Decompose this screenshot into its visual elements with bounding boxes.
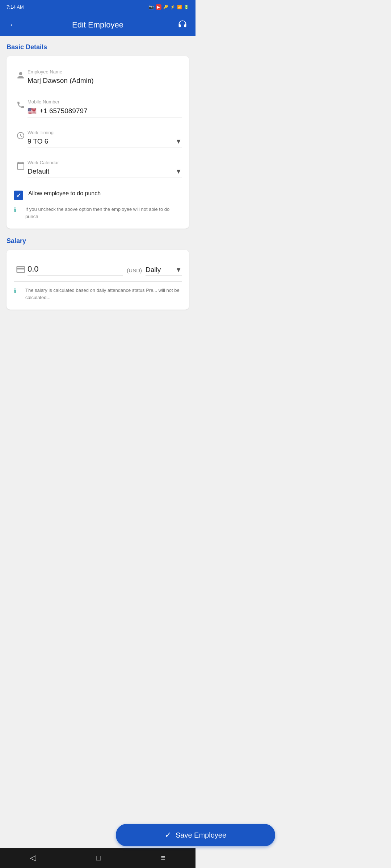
- checkbox-check-icon: ✓: [16, 192, 21, 199]
- main-content: Basic Details Employee Name Marj Dawson …: [0, 36, 196, 412]
- salary-card: 0.0 (USD) Daily ▼ ℹ The salary is calcul…: [7, 250, 189, 310]
- employee-name-row: Employee Name Marj Dawson (Admin): [14, 63, 182, 93]
- headset-icon: [177, 19, 188, 31]
- basic-details-card: Employee Name Marj Dawson (Admin) Mobile…: [7, 56, 189, 229]
- chevron-down-icon-2: ▼: [175, 168, 182, 175]
- salary-info-icon: ℹ: [14, 287, 22, 295]
- employee-name-content: Employee Name Marj Dawson (Admin): [28, 69, 182, 87]
- mobile-number-content: Mobile Number 🇺🇸 +1 6575089797: [28, 99, 182, 118]
- status-bar: 7:14 AM 📷 ▶ 🔑 ⚡ 📶 🔋: [0, 0, 196, 14]
- work-calendar-dropdown[interactable]: Default ▼: [28, 167, 182, 175]
- us-flag-icon: 🇺🇸: [28, 107, 37, 115]
- salary-heading: Salary: [7, 237, 189, 245]
- info-icon: ℹ: [14, 206, 22, 214]
- back-button[interactable]: ←: [7, 18, 20, 31]
- work-timing-value: 9 TO 6: [28, 137, 48, 145]
- calendar-icon: [14, 160, 28, 170]
- mobile-number-label: Mobile Number: [28, 99, 182, 105]
- wifi-icon: 📶: [177, 5, 182, 9]
- basic-details-heading: Basic Details: [7, 43, 189, 51]
- allow-punch-checkbox[interactable]: ✓: [14, 191, 23, 200]
- app-bar: ← Edit Employee: [0, 14, 196, 36]
- work-timing-content: Work Timing 9 TO 6 ▼: [28, 130, 182, 148]
- status-time: 7:14 AM: [7, 4, 24, 10]
- salary-period-value: Daily: [146, 266, 161, 274]
- back-arrow-icon: ←: [9, 20, 17, 30]
- money-icon: [14, 263, 28, 275]
- salary-row: 0.0 (USD) Daily ▼: [14, 257, 182, 282]
- work-timing-label: Work Timing: [28, 130, 182, 135]
- camera-recording-icon: ▶: [156, 4, 161, 10]
- app-bar-title: Edit Employee: [20, 20, 176, 30]
- salary-amount-value[interactable]: 0.0: [28, 264, 39, 273]
- bluetooth-icon: ⚡: [170, 5, 175, 9]
- salary-period-dropdown[interactable]: Daily ▼: [146, 266, 182, 276]
- salary-amount-field: 0.0: [28, 264, 123, 276]
- work-calendar-value: Default: [28, 167, 49, 175]
- mobile-number-value[interactable]: 🇺🇸 +1 6575089797: [28, 107, 182, 115]
- phone-icon: [14, 99, 28, 109]
- status-icons: 📷 ▶ 🔑 ⚡ 📶 🔋: [149, 4, 189, 10]
- allow-punch-row: ✓ Allow employee to do punch: [14, 184, 182, 203]
- salary-currency-label: (USD): [127, 267, 142, 276]
- salary-content: 0.0 (USD) Daily ▼: [28, 263, 182, 276]
- work-calendar-row: Work Calendar Default ▼: [14, 154, 182, 184]
- allow-punch-label: Allow employee to do punch: [28, 190, 101, 197]
- headset-button[interactable]: [176, 18, 189, 31]
- salary-info-row: ℹ The salary is calculated based on dail…: [14, 282, 182, 302]
- work-calendar-content: Work Calendar Default ▼: [28, 160, 182, 178]
- video-icon: 📷: [149, 5, 154, 9]
- employee-name-value[interactable]: Marj Dawson (Admin): [28, 77, 182, 85]
- battery-icon: 🔋: [184, 5, 189, 9]
- clock-icon: [14, 130, 28, 140]
- punch-info-row: ℹ If you uncheck the above option then t…: [14, 203, 182, 221]
- punch-info-text: If you uncheck the above option then the…: [25, 206, 182, 220]
- work-calendar-label: Work Calendar: [28, 160, 182, 165]
- salary-info-text: The salary is calculated based on daily …: [25, 287, 182, 301]
- chevron-down-icon: ▼: [175, 138, 182, 145]
- chevron-down-icon-3: ▼: [175, 266, 182, 274]
- key-icon: 🔑: [163, 5, 168, 9]
- work-timing-dropdown[interactable]: 9 TO 6 ▼: [28, 137, 182, 145]
- mobile-number-row: Mobile Number 🇺🇸 +1 6575089797: [14, 93, 182, 124]
- work-timing-row: Work Timing 9 TO 6 ▼: [14, 124, 182, 154]
- employee-name-label: Employee Name: [28, 69, 182, 75]
- person-icon: [14, 69, 28, 80]
- phone-number: +1 6575089797: [39, 107, 88, 115]
- salary-fields: 0.0 (USD) Daily ▼: [28, 263, 182, 276]
